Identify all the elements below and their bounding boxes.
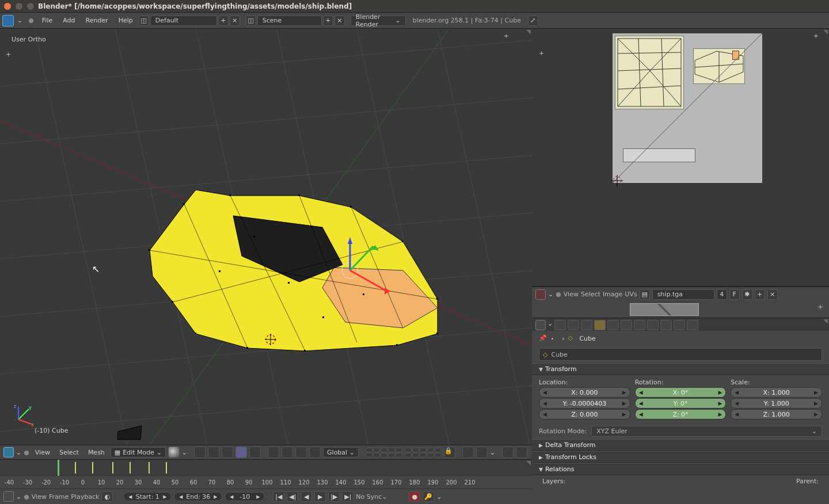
layer-buttons[interactable] xyxy=(366,448,402,457)
pin-icon[interactable]: 📌 xyxy=(539,334,547,342)
image-browse-icon[interactable]: ▤ xyxy=(640,289,650,300)
render-tab-icon[interactable] xyxy=(554,320,566,330)
toolbar-toggle-left[interactable]: + xyxy=(6,51,11,58)
layer-buttons-2[interactable] xyxy=(405,448,442,457)
add-screen-button[interactable]: + xyxy=(218,16,229,26)
scale-z-field[interactable]: ◀Z: 1.000▶ xyxy=(731,409,822,419)
loc-z-field[interactable]: ◀Z: 0.000▶ xyxy=(539,409,630,419)
screen-browse-icon[interactable]: ◫ xyxy=(139,16,149,26)
keying-set-icon[interactable]: 🔑 xyxy=(423,491,434,502)
renderer-dropdown[interactable]: Blender Render ⌄ xyxy=(351,16,406,26)
uv-select-menu[interactable]: Select xyxy=(581,291,600,298)
chevron-down-icon[interactable]: ⌄ xyxy=(15,17,25,24)
play-reverse-icon[interactable]: ◀ xyxy=(301,491,312,502)
rot-z-field[interactable]: ◀Z: 0°▶ xyxy=(635,409,727,419)
range-toggle-icon[interactable]: ◐ xyxy=(101,491,113,502)
users-count[interactable]: 4 xyxy=(717,289,727,300)
snap-toggle-icon[interactable] xyxy=(462,446,474,458)
sync-dropdown[interactable]: No Sync⌄ xyxy=(356,493,401,501)
loc-x-field[interactable]: ◀X: 0.000▶ xyxy=(539,387,630,398)
area-split-corner[interactable] xyxy=(525,461,531,467)
shading-dropdown-icon[interactable] xyxy=(168,446,180,458)
vertex-select-icon[interactable] xyxy=(222,446,233,458)
area-split-corner[interactable] xyxy=(822,319,828,325)
render-preview-icon[interactable] xyxy=(502,446,514,458)
current-frame-field[interactable]: ◀-10▶ xyxy=(225,492,265,501)
rot-x-field[interactable]: ◀X: 0°▶ xyxy=(635,387,727,398)
menu-render[interactable]: Render xyxy=(81,14,113,26)
scene-tab-icon[interactable] xyxy=(568,320,579,330)
image-name-field[interactable]: ship.tga xyxy=(652,289,714,300)
edge-select-icon[interactable] xyxy=(235,446,247,458)
menu-help[interactable]: Help xyxy=(114,14,138,26)
window-close-button[interactable] xyxy=(3,2,12,10)
rot-y-field[interactable]: ◀Y: 0°▶ xyxy=(635,398,727,408)
transform-locks-panel-header[interactable]: ▶Transform Locks xyxy=(532,451,829,463)
uv-image-editor[interactable]: + + xyxy=(532,29,829,287)
transform-panel-header[interactable]: ▼Transform xyxy=(532,363,829,375)
mode-dropdown[interactable]: ▦ Edit Mode ⌄ xyxy=(111,447,166,457)
3d-viewport[interactable]: User Ortho + + ↖ (-10) Cube x y z xyxy=(0,29,532,445)
object-tab-icon[interactable] xyxy=(594,320,606,330)
uv-uvs-menu[interactable]: UVs xyxy=(625,291,637,298)
autokey-record-icon[interactable]: ● xyxy=(409,491,420,502)
loc-y-field[interactable]: ◀Y: -0.0000403▶ xyxy=(539,398,630,408)
start-frame-field[interactable]: ◀Start: 1▶ xyxy=(123,492,172,501)
texture-tab-icon[interactable] xyxy=(660,320,672,330)
window-minimize-button[interactable] xyxy=(15,2,23,10)
jump-end-icon[interactable]: ▶| xyxy=(342,491,353,502)
relations-panel-header[interactable]: ▼Relations xyxy=(532,463,829,475)
object-name-field[interactable]: ◇ Cube xyxy=(539,348,822,361)
menu-file[interactable]: File xyxy=(37,14,57,26)
uv-view-menu[interactable]: View xyxy=(564,291,579,298)
remove-screen-button[interactable]: × xyxy=(230,16,240,26)
toolbar-toggle-right[interactable]: + xyxy=(504,32,509,40)
world-tab-icon[interactable] xyxy=(581,320,592,330)
particles-tab-icon[interactable] xyxy=(674,320,685,330)
pivot-dropdown-icon[interactable] xyxy=(194,446,206,458)
tl-frame-menu[interactable]: Frame xyxy=(49,493,69,501)
area-split-corner[interactable] xyxy=(822,30,828,36)
face-select-icon[interactable] xyxy=(249,446,261,458)
material-tab-icon[interactable] xyxy=(647,320,659,330)
frame-ruler[interactable]: -40-30-20-100102030405060708090100110120… xyxy=(0,476,532,489)
scale-x-field[interactable]: ◀X: 1.000▶ xyxy=(731,387,822,398)
editor-type-uv-icon[interactable] xyxy=(535,289,546,300)
jump-prev-key-icon[interactable]: ◀| xyxy=(287,491,298,502)
jump-start-icon[interactable]: |◀ xyxy=(273,491,284,502)
image-add-button[interactable]: + xyxy=(755,289,765,300)
lock-layers-icon[interactable]: 🔒 xyxy=(444,446,455,458)
menu-add[interactable]: Add xyxy=(58,14,79,26)
snap-type-icon[interactable] xyxy=(476,446,488,458)
mesh-menu[interactable]: Mesh xyxy=(85,448,108,457)
view-menu[interactable]: View xyxy=(32,448,54,457)
modifiers-tab-icon[interactable] xyxy=(621,320,632,330)
histogram-scope[interactable] xyxy=(630,303,699,316)
dopesheet-strip[interactable] xyxy=(0,460,532,476)
add-scene-button[interactable]: + xyxy=(323,16,333,26)
constraints-tab-icon[interactable] xyxy=(607,320,619,330)
translate-manip-icon[interactable] xyxy=(282,446,293,458)
physics-tab-icon[interactable] xyxy=(687,320,698,330)
fake-user-toggle[interactable]: F xyxy=(729,289,740,300)
render-anim-icon[interactable] xyxy=(516,446,527,458)
end-frame-field[interactable]: ◀End: 36▶ xyxy=(174,492,222,501)
scale-y-field[interactable]: ◀Y: 1.000▶ xyxy=(731,398,822,408)
tl-view-menu[interactable]: View xyxy=(32,493,47,501)
breadcrumb-object[interactable]: Cube xyxy=(579,335,595,342)
image-pack-toggle[interactable]: ✱ xyxy=(742,289,752,300)
manipulator-toggle-icon[interactable] xyxy=(268,446,279,458)
fullscreen-icon[interactable]: ⤢ xyxy=(528,16,538,26)
objectdata-tab-icon[interactable] xyxy=(634,320,645,330)
jump-next-key-icon[interactable]: |▶ xyxy=(328,491,340,502)
scene-browse-icon[interactable]: ◫ xyxy=(246,16,256,26)
editor-type-properties-icon[interactable] xyxy=(535,320,546,330)
uv-scope-toggle[interactable]: + xyxy=(816,303,824,311)
delta-transform-panel-header[interactable]: ▶Delta Transform xyxy=(532,439,829,451)
rotation-mode-dropdown[interactable]: XYZ Euler⌄ xyxy=(591,426,822,437)
editor-type-3dview-icon[interactable] xyxy=(3,447,14,457)
uv-toolbar-toggle-left[interactable]: + xyxy=(539,49,544,57)
scale-manip-icon[interactable] xyxy=(309,446,321,458)
window-maximize-button[interactable] xyxy=(26,2,35,10)
limit-selection-icon[interactable] xyxy=(208,446,219,458)
